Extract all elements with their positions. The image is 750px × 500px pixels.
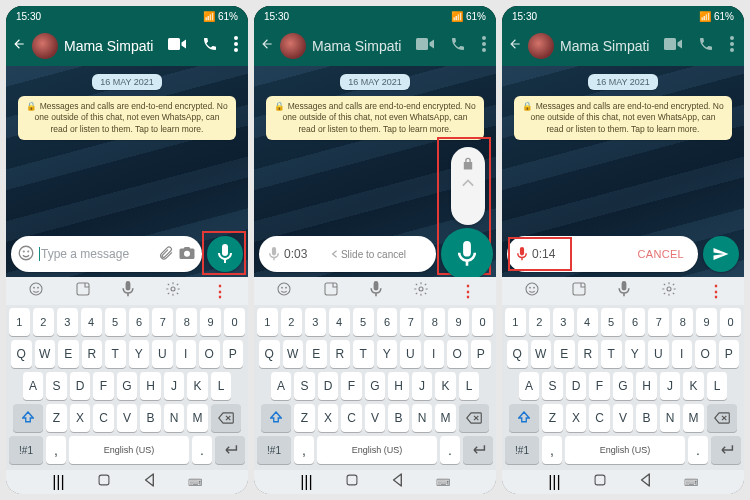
key-q[interactable]: Q: [507, 340, 528, 368]
key-h[interactable]: H: [388, 372, 409, 400]
recents-icon[interactable]: |||: [300, 473, 312, 491]
kb-more-icon[interactable]: ⋮: [212, 282, 227, 301]
attach-icon[interactable]: [158, 244, 174, 265]
kb-sticker-icon[interactable]: [571, 281, 587, 301]
kb-mic-icon[interactable]: [122, 281, 134, 301]
key-2[interactable]: 2: [281, 308, 302, 336]
key-d[interactable]: D: [70, 372, 91, 400]
key-5[interactable]: 5: [601, 308, 622, 336]
key-t[interactable]: T: [601, 340, 622, 368]
key-6[interactable]: 6: [377, 308, 398, 336]
key-x[interactable]: X: [318, 404, 339, 432]
key-r[interactable]: R: [330, 340, 351, 368]
contact-name[interactable]: Mama Simpati: [312, 38, 410, 54]
key-z[interactable]: Z: [46, 404, 67, 432]
key-s[interactable]: S: [46, 372, 67, 400]
key-p[interactable]: P: [471, 340, 492, 368]
key-q[interactable]: Q: [259, 340, 280, 368]
key-2[interactable]: 2: [529, 308, 550, 336]
key-i[interactable]: I: [672, 340, 693, 368]
home-icon[interactable]: [593, 473, 607, 491]
key-3[interactable]: 3: [57, 308, 78, 336]
contact-name[interactable]: Mama Simpati: [64, 38, 162, 54]
key-4[interactable]: 4: [81, 308, 102, 336]
kb-emoji-icon[interactable]: [276, 281, 292, 301]
key-m[interactable]: M: [683, 404, 704, 432]
key-0[interactable]: 0: [720, 308, 741, 336]
key-r[interactable]: R: [82, 340, 103, 368]
key-b[interactable]: B: [140, 404, 161, 432]
enter-key[interactable]: [215, 436, 245, 464]
camera-icon[interactable]: [178, 245, 196, 264]
key-m[interactable]: M: [435, 404, 456, 432]
key-b[interactable]: B: [636, 404, 657, 432]
backspace-key[interactable]: [459, 404, 489, 432]
kb-more-icon[interactable]: ⋮: [708, 282, 723, 301]
key-z[interactable]: Z: [542, 404, 563, 432]
more-icon[interactable]: [234, 36, 238, 56]
message-input[interactable]: Type a message: [11, 236, 202, 272]
home-icon[interactable]: [345, 473, 359, 491]
key-e[interactable]: E: [58, 340, 79, 368]
key-f[interactable]: F: [341, 372, 362, 400]
cancel-button[interactable]: CANCEL: [638, 248, 684, 260]
key-h[interactable]: H: [636, 372, 657, 400]
key-y[interactable]: Y: [377, 340, 398, 368]
key-w[interactable]: W: [531, 340, 552, 368]
key-v[interactable]: V: [117, 404, 138, 432]
shift-key[interactable]: [13, 404, 43, 432]
key-i[interactable]: I: [424, 340, 445, 368]
key-t[interactable]: T: [105, 340, 126, 368]
kb-sticker-icon[interactable]: [323, 281, 339, 301]
kb-settings-icon[interactable]: [165, 281, 181, 301]
symbols-key[interactable]: !#1: [505, 436, 539, 464]
shift-key[interactable]: [509, 404, 539, 432]
key-q[interactable]: Q: [11, 340, 32, 368]
key-f[interactable]: F: [93, 372, 114, 400]
key-9[interactable]: 9: [200, 308, 221, 336]
key-8[interactable]: 8: [424, 308, 445, 336]
key-i[interactable]: I: [176, 340, 197, 368]
key-p[interactable]: P: [223, 340, 244, 368]
key-d[interactable]: D: [566, 372, 587, 400]
back-nav-icon[interactable]: [639, 473, 651, 491]
key-v[interactable]: V: [365, 404, 386, 432]
key-0[interactable]: 0: [224, 308, 245, 336]
voice-call-icon[interactable]: [698, 36, 714, 56]
key-j[interactable]: J: [412, 372, 433, 400]
key-8[interactable]: 8: [176, 308, 197, 336]
backspace-key[interactable]: [211, 404, 241, 432]
more-icon[interactable]: [482, 36, 486, 56]
recents-icon[interactable]: |||: [52, 473, 64, 491]
key-k[interactable]: K: [683, 372, 704, 400]
key-3[interactable]: 3: [305, 308, 326, 336]
key-u[interactable]: U: [152, 340, 173, 368]
emoji-icon[interactable]: [17, 244, 35, 265]
key-g[interactable]: G: [613, 372, 634, 400]
key-x[interactable]: X: [566, 404, 587, 432]
key-r[interactable]: R: [578, 340, 599, 368]
back-nav-icon[interactable]: [391, 473, 403, 491]
key-l[interactable]: L: [707, 372, 728, 400]
voice-call-icon[interactable]: [450, 36, 466, 56]
key-5[interactable]: 5: [105, 308, 126, 336]
chat-area[interactable]: 16 MAY 2021 🔒 Messages and calls are end…: [502, 66, 744, 277]
key-n[interactable]: N: [164, 404, 185, 432]
avatar[interactable]: [528, 33, 554, 59]
chat-area[interactable]: 16 MAY 2021 🔒 Messages and calls are end…: [6, 66, 248, 277]
key-7[interactable]: 7: [648, 308, 669, 336]
key-s[interactable]: S: [294, 372, 315, 400]
key-3[interactable]: 3: [553, 308, 574, 336]
encryption-notice[interactable]: 🔒 Messages and calls are end-to-end encr…: [18, 96, 236, 140]
kb-settings-icon[interactable]: [661, 281, 677, 301]
key-w[interactable]: W: [35, 340, 56, 368]
key-6[interactable]: 6: [625, 308, 646, 336]
chat-area[interactable]: 16 MAY 2021 🔒 Messages and calls are end…: [254, 66, 496, 277]
key-8[interactable]: 8: [672, 308, 693, 336]
key-u[interactable]: U: [400, 340, 421, 368]
key-j[interactable]: J: [660, 372, 681, 400]
key-4[interactable]: 4: [329, 308, 350, 336]
key-n[interactable]: N: [412, 404, 433, 432]
key-k[interactable]: K: [435, 372, 456, 400]
key-l[interactable]: L: [459, 372, 480, 400]
